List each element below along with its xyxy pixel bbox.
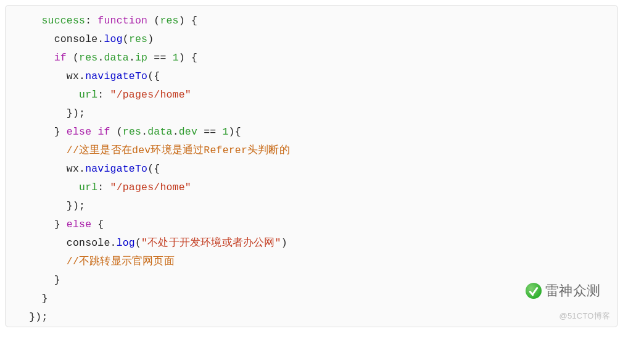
wechat-icon xyxy=(526,283,542,299)
watermark-text: 雷神众测 xyxy=(545,278,600,303)
code-block: success: function (res) { console.log(re… xyxy=(17,12,606,327)
watermark: 雷神众测 xyxy=(526,278,600,303)
code-snippet: success: function (res) { console.log(re… xyxy=(5,5,618,327)
credit-text: @51CTO博客 xyxy=(559,309,610,324)
